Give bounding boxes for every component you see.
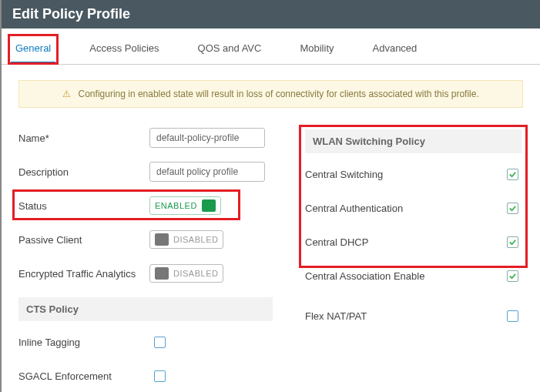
central-switching-checkbox[interactable] — [507, 169, 518, 180]
flex-nat-pat-label: Flex NAT/PAT — [305, 310, 436, 322]
warning-banner: ⚠ Configuring in enabled state will resu… — [18, 80, 523, 108]
inline-tagging-checkbox[interactable] — [154, 337, 166, 348]
name-label: Name* — [18, 132, 149, 144]
toggle-text: DISABLED — [173, 269, 218, 278]
wlan-switching-header: WLAN Switching Policy — [305, 129, 522, 153]
tab-bar: General Access Policies QOS and AVC Mobi… — [2, 36, 540, 65]
status-toggle[interactable]: ENABLED — [149, 196, 221, 215]
tab-advanced[interactable]: Advanced — [368, 36, 422, 64]
row-inline-tagging: Inline Tagging — [18, 332, 273, 352]
window-title: Edit Policy Profile — [2, 0, 540, 28]
central-switching-label: Central Switching — [305, 169, 436, 180]
row-encrypted-traffic: Encrypted Traffic Analytics DISABLED — [18, 263, 273, 283]
tab-label: Access Policies — [89, 42, 159, 54]
name-input[interactable] — [149, 128, 265, 148]
central-association-checkbox[interactable] — [507, 270, 518, 282]
tab-qos-avc[interactable]: QOS and AVC — [193, 36, 267, 64]
flex-nat-pat-checkbox[interactable] — [507, 310, 518, 322]
toggle-text: ENABLED — [155, 201, 197, 210]
encrypted-traffic-label: Encrypted Traffic Analytics — [18, 268, 149, 280]
toggle-knob — [202, 199, 216, 212]
tab-label: QOS and AVC — [198, 42, 262, 54]
encrypted-traffic-toggle[interactable]: DISABLED — [149, 264, 223, 283]
row-passive-client: Passive Client DISABLED — [18, 230, 273, 250]
left-column: Name* Description Status ENABLED Pas — [18, 128, 273, 392]
status-label: Status — [18, 200, 149, 212]
row-central-association: Central Association Enable — [305, 266, 522, 286]
policy-profile-window: Edit Policy Profile General Access Polic… — [0, 0, 540, 392]
row-flex-nat-pat: Flex NAT/PAT — [304, 306, 523, 326]
toggle-text: DISABLED — [173, 235, 218, 244]
passive-client-label: Passive Client — [18, 234, 149, 246]
central-association-label: Central Association Enable — [305, 270, 436, 282]
warning-icon: ⚠ — [62, 89, 71, 99]
tab-general[interactable]: General — [11, 36, 55, 64]
central-authentication-label: Central Authentication — [305, 203, 436, 214]
tab-label: General — [15, 42, 51, 54]
tab-access-policies[interactable]: Access Policies — [85, 36, 163, 64]
row-central-switching: Central Switching — [305, 164, 522, 184]
tab-label: Advanced — [373, 42, 418, 54]
row-central-authentication: Central Authentication — [305, 198, 522, 218]
wlan-switching-rows: Central Switching Central Authentication — [305, 164, 522, 286]
columns: Name* Description Status ENABLED Pas — [18, 128, 523, 392]
cts-policy-header: CTS Policy — [18, 297, 273, 321]
description-label: Description — [18, 166, 149, 178]
central-authentication-checkbox[interactable] — [507, 203, 518, 214]
row-description: Description — [18, 162, 273, 182]
description-input[interactable] — [149, 162, 265, 182]
row-name: Name* — [18, 128, 273, 148]
central-dhcp-checkbox[interactable] — [507, 236, 518, 248]
toggle-knob — [155, 233, 169, 246]
row-central-dhcp: Central DHCP — [305, 232, 522, 252]
content-area: ⚠ Configuring in enabled state will resu… — [2, 65, 540, 392]
warning-text: Configuring in enabled state will result… — [79, 89, 479, 99]
tab-mobility[interactable]: Mobility — [295, 36, 338, 64]
row-status: Status ENABLED — [18, 196, 273, 216]
right-column: WLAN Switching Policy Central Switching … — [304, 128, 523, 392]
wlan-switching-panel: WLAN Switching Policy Central Switching … — [304, 128, 523, 301]
central-dhcp-label: Central DHCP — [305, 236, 436, 248]
toggle-knob — [155, 267, 169, 280]
tab-label: Mobility — [300, 42, 334, 54]
inline-tagging-label: Inline Tagging — [18, 337, 149, 348]
sgacl-enforcement-checkbox[interactable] — [154, 370, 166, 382]
row-sgacl-enforcement: SGACL Enforcement — [18, 366, 273, 386]
sgacl-enforcement-label: SGACL Enforcement — [18, 370, 149, 382]
passive-client-toggle[interactable]: DISABLED — [149, 230, 223, 249]
